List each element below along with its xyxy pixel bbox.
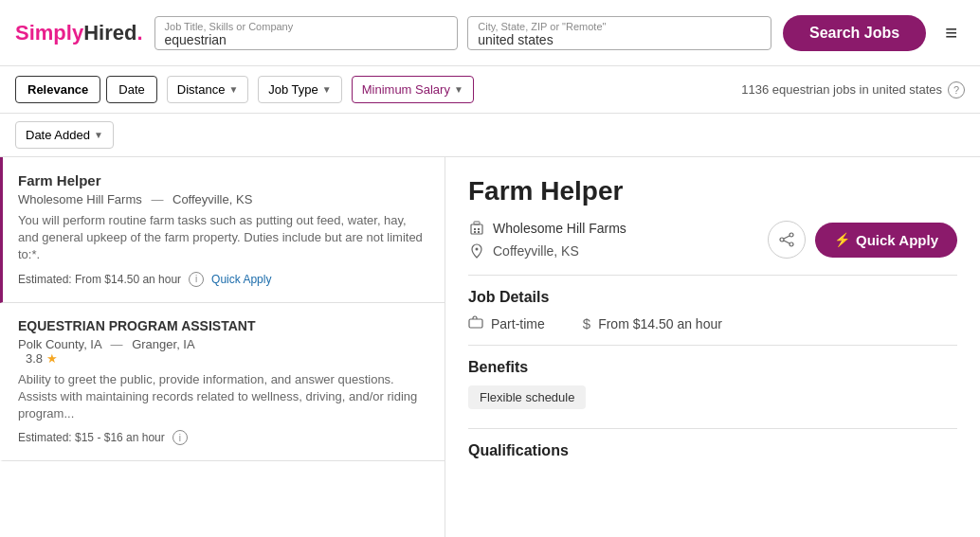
detail-meta: Wholesome Hill Farms Coffeyville, KS [468,220,957,260]
job-card-description: You will perform routine farm tasks such… [18,212,429,264]
location-input-wrapper: City, State, ZIP or "Remote" [467,16,771,50]
relevance-sort-button[interactable]: Relevance [15,76,100,103]
job-type-caret-icon: ▼ [322,84,332,95]
divider [468,275,957,276]
date-added-dropdown[interactable]: Date Added ▼ [15,121,114,149]
location-pin-icon [468,242,485,260]
rating-value: 3.8 [26,351,43,366]
date-sort-button[interactable]: Date [106,76,156,103]
job-estimated-pay: Estimated: $15 - $16 an hour [18,431,165,444]
logo-dot: . [136,21,142,45]
job-card-description: Ability to greet the public, provide inf… [18,371,429,423]
search-jobs-button[interactable]: Search Jobs [783,15,926,51]
detail-job-title: Farm Helper [468,176,957,206]
salary-text: From $14.50 an hour [598,316,722,331]
benefits-section-title: Benefits [468,359,957,376]
job-details-grid: Part-time $ From $14.50 an hour [468,315,957,331]
svg-rect-5 [474,222,480,224]
job-card[interactable]: EQUESTRIAN PROGRAM ASSISTANT Polk County… [0,303,445,462]
svg-rect-0 [471,224,482,234]
svg-line-11 [784,241,789,243]
salary-item: $ From $14.50 an hour [583,315,722,331]
distance-caret-icon: ▼ [228,84,238,95]
svg-point-9 [789,242,793,246]
job-desc-text: Ability to greet the public, provide inf… [18,372,417,421]
quick-apply-button[interactable]: ⚡ Quick Apply [815,223,957,258]
date-added-row: Date Added ▼ [0,114,980,157]
qualifications-section-title: Qualifications [468,442,957,459]
result-info-icon[interactable]: ? [948,81,965,98]
quick-apply-link[interactable]: Quick Apply [211,273,271,286]
building-icon [468,220,485,237]
job-card-location: Granger, IA [132,337,194,351]
distance-label: Distance [177,82,226,97]
job-card-footer: Estimated: $15 - $16 an hour i [18,430,429,445]
job-card-location: Coffeyville, KS [172,192,252,206]
employment-type-text: Part-time [491,316,545,331]
job-type-dropdown[interactable]: Job Type ▼ [258,76,341,103]
quick-apply-btn-label: Quick Apply [856,232,938,248]
svg-rect-12 [469,319,482,328]
job-type-label: Job Type [268,82,318,97]
svg-rect-1 [474,228,476,230]
minimum-salary-dropdown[interactable]: Minimum Salary ▼ [352,76,474,103]
logo-simply: Simply [15,21,83,45]
detail-actions: ⚡ Quick Apply [768,221,957,259]
detail-location-row: Coffeyville, KS [468,242,626,260]
distance-dropdown[interactable]: Distance ▼ [167,76,248,103]
job-title-input[interactable] [165,32,448,47]
svg-rect-4 [478,231,480,233]
detail-company-loc: Wholesome Hill Farms Coffeyville, KS [468,220,626,260]
logo-hired: Hired [83,21,136,45]
minimum-salary-caret-icon: ▼ [454,84,463,95]
svg-point-8 [780,238,784,242]
job-card-rating: 3.8 ★ [26,351,429,366]
detail-location-text: Coffeyville, KS [493,243,579,259]
job-card-company-line: Wholesome Hill Farms — Coffeyville, KS [18,192,429,206]
benefit-badge: Flexible schedule [468,385,586,409]
svg-point-7 [789,233,793,237]
result-count-text: 1136 equestrian jobs in united states [741,82,942,97]
minimum-salary-label: Minimum Salary [362,82,450,97]
benefits-section: Benefits Flexible schedule [468,359,957,415]
job-detail-panel: Farm Helper Wholesome Hill Far [445,157,980,537]
pay-info-icon[interactable]: i [172,430,188,445]
divider [468,428,957,429]
briefcase-icon [468,315,483,331]
location-input[interactable] [478,32,761,47]
job-card-title: EQUESTRIAN PROGRAM ASSISTANT [18,318,429,333]
hamburger-menu-button[interactable]: ≡ [937,17,965,49]
job-details-section-title: Job Details [468,289,957,306]
job-card-company-name: Wholesome Hill Farms [18,192,142,206]
main-content: Farm Helper Wholesome Hill Farms — Coffe… [0,157,980,537]
job-card-separator: — [111,337,123,351]
sort-group: Relevance Date [15,76,157,103]
share-button[interactable] [768,221,806,259]
date-added-label: Date Added [26,128,90,142]
job-estimated-pay: Estimated: From $14.50 an hour [18,273,181,286]
location-label: City, State, ZIP or "Remote" [478,21,761,32]
bolt-icon: ⚡ [834,232,850,247]
job-card-separator: — [151,192,163,206]
search-group: Job Title, Skills or Company City, State… [154,16,771,50]
pay-info-icon[interactable]: i [189,272,204,287]
detail-company-row: Wholesome Hill Farms [468,220,626,237]
header: SimplyHired. Job Title, Skills or Compan… [0,0,980,66]
job-card-company-name: Polk County, IA [18,337,101,351]
detail-company-name: Wholesome Hill Farms [493,221,626,236]
job-title-label: Job Title, Skills or Company [165,21,448,32]
job-card-title: Farm Helper [18,172,429,188]
svg-line-10 [784,236,789,239]
job-card[interactable]: Farm Helper Wholesome Hill Farms — Coffe… [0,157,445,303]
employment-type-item: Part-time [468,315,545,331]
dollar-icon: $ [583,315,590,331]
star-icon: ★ [46,351,58,366]
filter-bar: Relevance Date Distance ▼ Job Type ▼ Min… [0,66,980,114]
svg-rect-3 [474,231,476,233]
date-added-caret-icon: ▼ [94,130,103,140]
job-card-footer: Estimated: From $14.50 an hour i Quick A… [18,272,429,287]
job-list: Farm Helper Wholesome Hill Farms — Coffe… [0,157,445,537]
job-card-company-line: Polk County, IA — Granger, IA 3.8 ★ [18,337,429,366]
divider [468,345,957,346]
site-logo: SimplyHired. [15,21,143,45]
